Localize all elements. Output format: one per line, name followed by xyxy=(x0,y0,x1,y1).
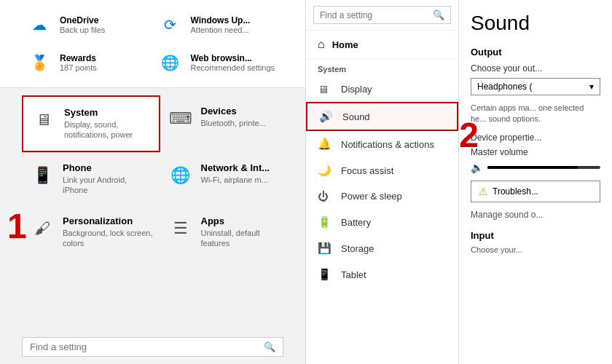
personalization-sub: Background, lock screen, colors xyxy=(63,228,153,249)
top-items-bar: ☁ OneDrive Back up files ⟳ Windows Up...… xyxy=(0,0,305,88)
home-label: Home xyxy=(332,39,358,50)
rewards-title: Rewards xyxy=(60,53,97,63)
master-volume-label: Master volume xyxy=(471,147,600,157)
network-icon: 🌐 xyxy=(168,162,194,189)
windows-update-item[interactable]: ⟳ Windows Up... Attention need... xyxy=(153,6,284,44)
headphones-option: Headphones ( xyxy=(477,82,532,92)
troubleshoot-button[interactable]: ⚠ Troublesh... xyxy=(471,181,600,202)
rewards-icon: 🏅 xyxy=(26,50,52,76)
device-properties-link[interactable]: Device propertie... xyxy=(471,132,600,143)
windows-update-sub: Attention need... xyxy=(191,25,251,34)
onedrive-title: OneDrive xyxy=(60,15,105,25)
sound-label: Sound xyxy=(342,111,370,122)
sound-page-title: Sound xyxy=(471,12,600,35)
personalization-settings-item[interactable]: 🖌 Personalization Background, lock scree… xyxy=(22,205,160,259)
settings-search-bar: 🔍 xyxy=(0,330,305,364)
battery-icon: 🔋 xyxy=(318,215,334,229)
tablet-nav-item[interactable]: 📱 Tablet xyxy=(306,261,458,288)
volume-control-row: 🔈 xyxy=(471,162,600,173)
network-settings-item[interactable]: 🌐 Network & Int... Wi-Fi, airplane m... xyxy=(160,152,299,206)
rewards-sub: 187 points xyxy=(60,63,97,72)
output-description: Certain apps ma... one selected he... so… xyxy=(471,103,600,125)
notifications-nav-item[interactable]: 🔔 Notifications & actions xyxy=(306,131,458,157)
display-icon: 🖥 xyxy=(318,83,334,95)
web-browsing-title: Web browsin... xyxy=(191,53,275,63)
phone-title: Phone xyxy=(63,162,153,173)
system-settings-item[interactable]: 🖥 System Display, sound, notifications, … xyxy=(22,95,160,152)
output-device-dropdown[interactable]: Headphones ( ▾ xyxy=(471,78,600,95)
battery-label: Battery xyxy=(341,217,371,228)
apps-icon: ☰ xyxy=(168,215,194,242)
devices-settings-item[interactable]: ⌨ Devices Bluetooth, printe... xyxy=(160,95,299,152)
choose-output-label: Choose your out... xyxy=(471,63,600,74)
onedrive-icon: ☁ xyxy=(26,12,52,38)
tablet-icon: 📱 xyxy=(318,268,334,281)
phone-sub: Link your Android, iPhone xyxy=(63,175,153,196)
home-nav-item[interactable]: ⌂ Home xyxy=(306,31,458,59)
focus-assist-nav-item[interactable]: 🌙 Focus assist xyxy=(306,157,458,183)
tablet-label: Tablet xyxy=(341,269,366,280)
settings-grid: 🖥 System Display, sound, notifications, … xyxy=(0,88,305,266)
volume-icon: 🔈 xyxy=(471,162,483,173)
devices-sub: Bluetooth, printe... xyxy=(201,118,291,128)
warning-icon: ⚠ xyxy=(479,186,488,197)
choose-input-label: Choose your... xyxy=(471,245,600,254)
apps-settings-item[interactable]: ☰ Apps Uninstall, default features xyxy=(160,205,299,259)
storage-nav-item[interactable]: 💾 Storage xyxy=(306,235,458,261)
sound-icon: 🔊 xyxy=(319,110,335,123)
onedrive-sub: Back up files xyxy=(60,25,105,34)
output-section-label: Output xyxy=(471,47,600,58)
search-icon: 🔍 xyxy=(264,341,275,352)
rewards-item[interactable]: 🏅 Rewards 187 points xyxy=(22,44,153,82)
system-section-label: System xyxy=(306,59,458,76)
apps-title: Apps xyxy=(201,215,291,226)
system-icon: 🖥 xyxy=(31,107,57,133)
notifications-label: Notifications & actions xyxy=(341,139,434,150)
display-nav-item[interactable]: 🖥 Display xyxy=(306,76,458,102)
troubleshoot-label: Troublesh... xyxy=(493,186,538,197)
settings-home-panel: ☁ OneDrive Back up files ⟳ Windows Up...… xyxy=(0,0,306,364)
system-search-icon: 🔍 xyxy=(433,9,444,20)
windows-update-title: Windows Up... xyxy=(191,15,251,25)
storage-label: Storage xyxy=(341,243,374,254)
step-2-label: 2 xyxy=(459,115,479,155)
notifications-icon: 🔔 xyxy=(318,138,334,151)
step-1-label: 1 xyxy=(7,209,27,244)
personalization-icon: 🖌 xyxy=(29,215,55,242)
devices-icon: ⌨ xyxy=(168,106,194,132)
system-sub: Display, sound, notifications, power xyxy=(64,119,152,141)
storage-icon: 💾 xyxy=(318,242,334,255)
network-sub: Wi-Fi, airplane m... xyxy=(201,175,291,185)
sound-settings-panel: Sound Output Choose your out... Headphon… xyxy=(459,0,612,364)
onedrive-item[interactable]: ☁ OneDrive Back up files xyxy=(22,6,153,44)
manage-sound-link[interactable]: Manage sound o... xyxy=(471,210,600,220)
focus-assist-label: Focus assist xyxy=(341,165,393,176)
windows-update-icon: ⟳ xyxy=(157,12,184,38)
dropdown-chevron-icon: ▾ xyxy=(589,82,594,92)
system-title: System xyxy=(64,107,152,118)
sound-nav-item[interactable]: 🔊 Sound 2 xyxy=(306,102,458,131)
system-nav-panel: 🔍 ⌂ Home System 🖥 Display 🔊 Sound 2 🔔 No… xyxy=(306,0,459,364)
system-search-input[interactable] xyxy=(320,10,433,20)
settings-search-input[interactable] xyxy=(30,341,264,352)
phone-settings-item[interactable]: 📱 Phone Link your Android, iPhone xyxy=(22,152,160,206)
home-icon: ⌂ xyxy=(318,38,325,51)
focus-assist-icon: 🌙 xyxy=(318,164,334,177)
apps-sub: Uninstall, default features xyxy=(201,228,291,249)
input-section-label: Input xyxy=(471,230,600,241)
display-label: Display xyxy=(341,84,372,95)
web-browsing-icon: 🌐 xyxy=(157,50,184,76)
web-browsing-item[interactable]: 🌐 Web browsin... Recommended settings xyxy=(153,44,284,82)
network-title: Network & Int... xyxy=(201,162,291,173)
web-browsing-sub: Recommended settings xyxy=(191,63,275,72)
battery-nav-item[interactable]: 🔋 Battery xyxy=(306,209,458,235)
devices-title: Devices xyxy=(201,106,291,116)
system-search-area: 🔍 xyxy=(306,0,458,31)
power-sleep-nav-item[interactable]: ⏻ Power & sleep xyxy=(306,183,458,209)
volume-slider[interactable] xyxy=(487,166,600,169)
power-sleep-icon: ⏻ xyxy=(318,190,334,202)
power-sleep-label: Power & sleep xyxy=(341,191,402,202)
personalization-title: Personalization xyxy=(63,215,153,226)
phone-icon: 📱 xyxy=(29,162,55,189)
